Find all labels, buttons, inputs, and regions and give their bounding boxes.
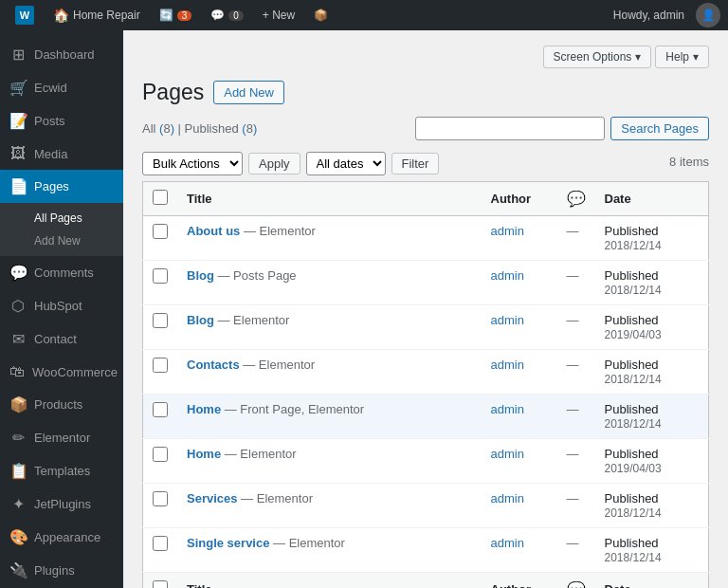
author-link[interactable]: admin xyxy=(491,358,524,372)
sidebar-item-ecwid[interactable]: 🛒 Ecwid xyxy=(0,71,123,104)
comment-footer-header: 💬 xyxy=(557,573,595,589)
posts-icon: 📝 xyxy=(9,112,27,130)
date-status: Published xyxy=(605,313,659,327)
jetplugins-icon: ✦ xyxy=(9,495,27,513)
published-status-link[interactable]: Published (8) xyxy=(185,121,258,136)
woocommerce-icon: 🛍 xyxy=(9,363,25,380)
row-checkbox[interactable] xyxy=(153,447,168,462)
products-icon: 📦 xyxy=(9,395,27,413)
author-footer-header[interactable]: Author xyxy=(482,573,557,589)
row-title-cell: Blog — ElementorEdit | Quick Edit | Tras… xyxy=(177,305,482,350)
row-author-cell: admin xyxy=(482,305,557,350)
dashboard-icon: ⊞ xyxy=(9,46,27,64)
page-title-link[interactable]: Home xyxy=(187,447,221,461)
sidebar-item-media[interactable]: 🖼 Media xyxy=(0,138,123,170)
screen-options-button[interactable]: Screen Options ▾ xyxy=(543,46,652,68)
row-checkbox[interactable] xyxy=(153,402,168,417)
title-footer-header[interactable]: Title xyxy=(177,573,482,589)
new-content[interactable]: + New xyxy=(255,0,302,30)
row-author-cell: admin xyxy=(482,261,557,305)
page-title-link[interactable]: Single service xyxy=(187,536,269,550)
page-title-suffix: — Elementor xyxy=(238,491,313,505)
table-row: Home — ElementorEdit | Quick Edit | Tras… xyxy=(143,439,709,484)
date-value: 2019/04/03 xyxy=(605,328,662,341)
row-author-cell: admin xyxy=(482,395,557,439)
author-link[interactable]: admin xyxy=(491,268,524,283)
select-all-header[interactable] xyxy=(143,182,178,216)
author-link[interactable]: admin xyxy=(491,224,524,238)
orders-icon[interactable]: 📦 xyxy=(306,0,336,30)
wp-logo[interactable]: W xyxy=(8,0,42,30)
author-link[interactable]: admin xyxy=(491,402,524,416)
updates-link[interactable]: 🔄 3 xyxy=(152,0,200,30)
select-all-footer[interactable] xyxy=(143,573,178,589)
search-pages-button[interactable]: Search Pages xyxy=(610,117,709,140)
add-new-button[interactable]: Add New xyxy=(213,81,284,104)
all-status-link[interactable]: All (8) xyxy=(142,121,178,136)
author-link[interactable]: admin xyxy=(491,447,524,461)
page-title-link[interactable]: About us xyxy=(187,224,240,238)
row-checkbox[interactable] xyxy=(153,224,168,239)
row-checkbox[interactable] xyxy=(153,491,168,506)
page-title-link[interactable]: Blog xyxy=(187,268,214,283)
sidebar-sub-all-pages[interactable]: All Pages xyxy=(0,207,123,230)
row-checkbox[interactable] xyxy=(153,313,168,328)
user-avatar[interactable]: 👤 xyxy=(696,3,720,28)
all-dates-select[interactable]: All dates xyxy=(306,152,386,175)
page-title-suffix: — Elementor xyxy=(240,224,315,238)
page-title-link[interactable]: Home xyxy=(187,402,221,416)
sidebar-item-products[interactable]: 📦 Products xyxy=(0,388,123,421)
howdy-text: Howdy, admin xyxy=(606,9,692,22)
select-all-footer-checkbox[interactable] xyxy=(153,580,168,588)
bulk-actions-select[interactable]: Bulk Actions xyxy=(142,152,243,175)
sidebar-item-comments[interactable]: 💬 Comments xyxy=(0,256,123,289)
page-title-suffix: — Elementor xyxy=(221,447,296,461)
sidebar-item-dashboard[interactable]: ⊞ Dashboard xyxy=(0,38,123,71)
sidebar-item-jetplugins[interactable]: ✦ JetPlugins xyxy=(0,487,123,521)
sidebar-item-woocommerce[interactable]: 🛍 WooCommerce xyxy=(0,356,123,388)
table-row: About us — ElementorEdit | Quick Edit | … xyxy=(143,216,709,261)
table-row: Services — ElementorEdit | Quick Edit | … xyxy=(143,484,709,528)
row-comment-cell: — xyxy=(557,439,595,484)
author-link[interactable]: admin xyxy=(491,536,524,550)
author-link[interactable]: admin xyxy=(491,491,524,505)
ecwid-icon: 🛒 xyxy=(9,79,27,97)
apply-button[interactable]: Apply xyxy=(248,153,300,175)
page-title-link[interactable]: Contacts xyxy=(187,358,240,372)
site-name[interactable]: 🏠 Home Repair xyxy=(46,0,148,30)
date-column-header[interactable]: Date xyxy=(595,182,709,216)
row-checkbox-cell xyxy=(143,439,178,484)
sidebar-item-hubspot[interactable]: ⬡ HubSpot xyxy=(0,289,123,322)
help-button[interactable]: Help ▾ xyxy=(655,46,709,68)
page-title-link[interactable]: Services xyxy=(187,491,238,505)
page-title-link[interactable]: Blog xyxy=(187,313,214,327)
sidebar-item-plugins[interactable]: 🔌 Plugins xyxy=(0,554,123,587)
filter-button[interactable]: Filter xyxy=(391,153,440,175)
sidebar-item-contact[interactable]: ✉ Contact xyxy=(0,322,123,356)
row-date-cell: Published2018/12/14 xyxy=(595,395,709,439)
row-checkbox[interactable] xyxy=(153,268,168,284)
select-all-checkbox[interactable] xyxy=(153,190,168,205)
search-input[interactable] xyxy=(415,117,605,140)
author-link[interactable]: admin xyxy=(491,313,524,327)
row-checkbox[interactable] xyxy=(153,358,168,373)
row-title-cell: Services — ElementorEdit | Quick Edit | … xyxy=(177,484,482,528)
row-title-cell: Blog — Posts PageEdit | Quick Edit | Tra… xyxy=(177,261,482,305)
sidebar-item-posts[interactable]: 📝 Posts xyxy=(0,104,123,138)
sidebar-item-templates[interactable]: 📋 Templates xyxy=(0,454,123,487)
sidebar-sub-add-new[interactable]: Add New xyxy=(0,230,123,252)
author-column-header[interactable]: Author xyxy=(482,182,557,216)
table-row: Blog — Posts PageEdit | Quick Edit | Tra… xyxy=(143,261,709,305)
comments-link[interactable]: 💬 0 xyxy=(203,0,251,30)
comment-column-header: 💬 xyxy=(557,182,595,216)
sidebar-item-pages[interactable]: 📄 Pages xyxy=(0,170,123,203)
templates-icon: 📋 xyxy=(9,462,27,480)
sidebar-item-elementor[interactable]: ✏ Elementor xyxy=(0,421,123,454)
row-date-cell: Published2019/04/03 xyxy=(595,439,709,484)
row-date-cell: Published2019/04/03 xyxy=(595,305,709,350)
title-column-header[interactable]: Title xyxy=(177,182,482,216)
date-status: Published xyxy=(605,491,659,505)
date-footer-header[interactable]: Date xyxy=(595,573,709,589)
row-checkbox[interactable] xyxy=(153,536,168,551)
sidebar-item-appearance[interactable]: 🎨 Appearance xyxy=(0,521,123,554)
